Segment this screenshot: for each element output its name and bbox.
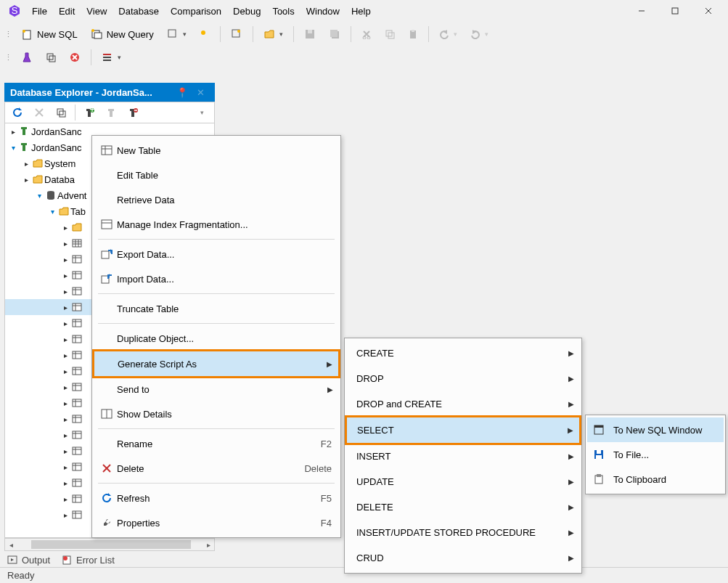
table-icon <box>70 399 83 407</box>
cancel-button[interactable] <box>65 49 85 66</box>
database-explorer-tab[interactable]: Database Explorer - JordanSa... 📍 ✕ <box>4 83 215 102</box>
sub-label: To Clipboard <box>613 474 666 485</box>
ctx-label: Edit Table <box>117 170 332 181</box>
minimize-button[interactable] <box>625 0 658 22</box>
close-panel-icon[interactable]: ✕ <box>192 87 209 98</box>
sub-drop-create[interactable]: DROP and CREATE▶ <box>346 391 580 417</box>
pin-icon[interactable]: 📍 <box>172 87 192 98</box>
ctx-retrieve-data[interactable]: Retrieve Data <box>94 187 339 212</box>
menu-tools[interactable]: Tools <box>266 3 300 20</box>
svg-rect-120 <box>102 251 109 258</box>
bottom-tabs: Output Error List <box>7 553 115 567</box>
menu-view[interactable]: View <box>81 3 113 20</box>
sub-label: To File... <box>613 449 649 460</box>
expand-icon[interactable]: ▸ <box>8 128 18 136</box>
scrollbar-thumb[interactable] <box>31 540 191 549</box>
connection-button[interactable] <box>102 104 120 121</box>
ctx-delete[interactable]: DeleteDelete <box>94 456 339 481</box>
ctx-edit-table[interactable]: Edit Table <box>94 163 339 187</box>
dropdown-button[interactable]: ▾ <box>192 104 211 121</box>
menu-window[interactable]: Window <box>300 3 345 20</box>
sub-label: INSERT <box>356 451 558 462</box>
sub-create[interactable]: CREATE▶ <box>346 341 580 366</box>
sub-crud[interactable]: CRUD▶ <box>346 545 580 571</box>
ctx-properties[interactable]: PropertiesF4 <box>94 510 339 535</box>
add-connection-button[interactable]: + <box>80 104 99 121</box>
tree-horizontal-scrollbar[interactable]: ◂▸ <box>4 538 215 551</box>
expand-icon[interactable]: ▸ <box>21 160 31 168</box>
menu-comparison[interactable]: Comparison <box>165 3 227 20</box>
to-file[interactable]: To File... <box>587 442 724 467</box>
ctx-refresh[interactable]: RefreshF5 <box>94 486 339 510</box>
ctx-show-details[interactable]: Show Details <box>94 401 339 426</box>
expand-icon[interactable]: ▸ <box>60 224 70 232</box>
new-query-button[interactable]: New Query <box>86 25 158 43</box>
save-all-button[interactable] <box>324 25 345 43</box>
maximize-button[interactable] <box>658 0 692 22</box>
ctx-manage-index[interactable]: Manage Index Fragmentation... <box>94 212 339 237</box>
ctx-import-data[interactable]: Import Data... <box>94 266 339 291</box>
to-clipboard[interactable]: To Clipboard <box>587 467 724 492</box>
expand-icon[interactable]: ▸ <box>21 176 31 184</box>
svg-rect-84 <box>73 383 81 391</box>
paste-button[interactable] <box>404 26 422 42</box>
toolbar-btn-star[interactable] <box>195 26 214 42</box>
flask-button[interactable] <box>17 49 37 66</box>
save-button[interactable] <box>300 25 320 43</box>
error-list-tab[interactable]: Error List <box>62 555 115 566</box>
sub-insert-update-proc[interactable]: INSERT/UPDATE STORED PROCEDURE▶ <box>346 520 580 545</box>
menu-database[interactable]: Database <box>113 3 165 20</box>
refresh-explorer-button[interactable] <box>8 104 27 121</box>
menu-help[interactable]: Help <box>345 3 377 20</box>
tree-label: JordanSanc <box>31 126 81 137</box>
copy-explorer-button[interactable] <box>52 104 70 121</box>
list-button[interactable]: ▾ <box>97 49 126 66</box>
toolbar-dropdown-1[interactable]: ▾ <box>163 25 191 43</box>
ctx-rename[interactable]: RenameF2 <box>94 431 339 456</box>
sub-select[interactable]: SELECT▶ <box>347 417 579 443</box>
submenu-arrow-icon: ▶ <box>327 360 332 368</box>
redo-button[interactable]: ▾ <box>466 26 493 42</box>
ctx-export-data[interactable]: Export Data... <box>94 242 339 266</box>
copy-button[interactable] <box>380 26 399 42</box>
submenu-arrow-icon: ▶ <box>327 386 333 394</box>
menu-edit[interactable]: Edit <box>53 3 81 20</box>
svg-marker-112 <box>11 558 14 561</box>
svg-rect-81 <box>73 367 81 375</box>
to-new-sql-window[interactable]: To New SQL Window <box>587 417 724 442</box>
app-icon: S <box>7 4 22 18</box>
close-button[interactable] <box>692 0 725 22</box>
ctx-generate-script[interactable]: Generate Script As▶ <box>94 351 338 376</box>
ctx-new-table[interactable]: New Table <box>94 138 339 163</box>
remove-connection-button[interactable] <box>123 104 142 121</box>
sub-update[interactable]: UPDATE▶ <box>346 469 580 494</box>
new-sql-button[interactable]: New SQL <box>17 25 82 43</box>
ctx-duplicate[interactable]: Duplicate Object... <box>94 326 339 351</box>
sub-insert[interactable]: INSERT▶ <box>346 444 580 469</box>
ctx-label: Delete <box>117 463 295 474</box>
ctx-send-to[interactable]: Send to▶ <box>94 377 339 401</box>
ctx-label: Show Details <box>117 409 332 420</box>
svg-rect-63 <box>73 272 81 279</box>
sub-drop[interactable]: DROP▶ <box>346 366 580 391</box>
delete-explorer-button[interactable] <box>30 104 49 121</box>
collapse-icon[interactable]: ▾ <box>34 192 44 200</box>
menu-file[interactable]: File <box>26 3 53 20</box>
ctx-truncate[interactable]: Truncate Table <box>94 296 339 321</box>
toolbar-btn-a[interactable] <box>226 25 247 43</box>
output-tab[interactable]: Output <box>7 555 50 566</box>
svg-point-114 <box>63 556 68 560</box>
collapse-icon[interactable]: ▾ <box>8 144 18 152</box>
collapse-icon[interactable]: ▾ <box>47 208 57 216</box>
menu-debug[interactable]: Debug <box>227 3 266 20</box>
sub-delete[interactable]: DELETE▶ <box>346 494 580 520</box>
cut-button[interactable] <box>357 26 376 42</box>
folder-icon <box>70 223 83 232</box>
svg-point-10 <box>91 29 94 32</box>
svg-rect-44 <box>110 110 113 117</box>
open-button[interactable]: ▾ <box>259 25 287 43</box>
ctx-label: Truncate Table <box>117 303 332 314</box>
copy-square-button[interactable] <box>41 49 60 65</box>
server-icon <box>18 126 31 136</box>
undo-button[interactable]: ▾ <box>435 26 462 42</box>
